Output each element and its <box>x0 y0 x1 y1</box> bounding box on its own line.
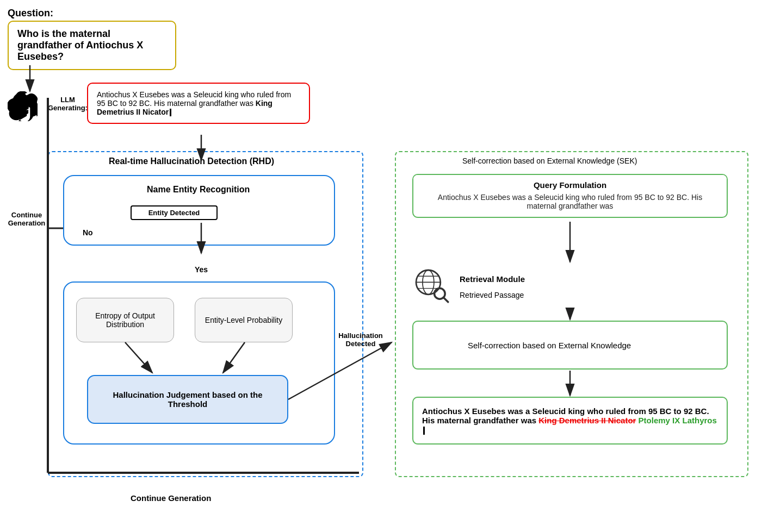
entity-prob-box: Entity-Level Probability <box>195 298 293 342</box>
hallucination-detected-label: Hallucination Detected <box>331 331 391 348</box>
hallucination-judgement-box: Hallucination Judgement based on the Thr… <box>87 375 288 424</box>
rhd-title: Real-time Hallucination Detection (RHD) <box>109 157 274 166</box>
final-answer-box: Antiochus X Eusebes was a Seleucid king … <box>412 397 728 445</box>
yes-label: Yes <box>195 265 208 274</box>
no-label: No <box>83 228 93 237</box>
question-text: Who is the maternal grandfather of Antio… <box>17 28 143 62</box>
cursor-blink <box>170 109 171 116</box>
continue-gen-bottom-label: Continue Generation <box>131 493 211 503</box>
question-box: Who is the maternal grandfather of Antio… <box>8 21 176 70</box>
self-correction-label-text: Self-correction based on External Knowle… <box>468 341 631 350</box>
cursor-blink-2 <box>423 427 425 435</box>
query-formulation-box: Query Formulation Antiochus X Eusebes wa… <box>412 174 728 218</box>
svg-line-6 <box>443 297 448 302</box>
ner-title: Name Entity Recognition <box>147 185 250 195</box>
query-formulation-title: Query Formulation <box>413 175 727 193</box>
question-label: Question: <box>8 8 53 19</box>
llm-response-box: Antiochus X Eusebes was a Seleucid king … <box>87 83 310 124</box>
final-answer-strikethrough: King Demetrius II Nicator <box>538 416 636 425</box>
query-formulation-text: Antiochus X Eusebes was a Seleucid king … <box>413 193 727 217</box>
llm-generating-label: LLM Generating: <box>48 96 88 112</box>
final-answer-correct: Ptolemy IX Lathyros <box>636 416 716 425</box>
self-correction-box: Self-correction based on External Knowle… <box>412 321 728 370</box>
continue-gen-left-label: Continue Generation <box>8 211 46 227</box>
openai-icon-left <box>8 91 38 121</box>
entropy-box: Entropy of Output Distribution <box>76 298 174 342</box>
retrieval-globe-icon <box>412 266 450 304</box>
retrieved-passage-label: Retrieved Passage <box>460 291 524 299</box>
entity-detected-box: Entity Detected <box>131 205 218 220</box>
retrieval-module-label: Retrieval Module <box>460 274 525 284</box>
sek-title: Self-correction based on External Knowle… <box>462 157 637 165</box>
